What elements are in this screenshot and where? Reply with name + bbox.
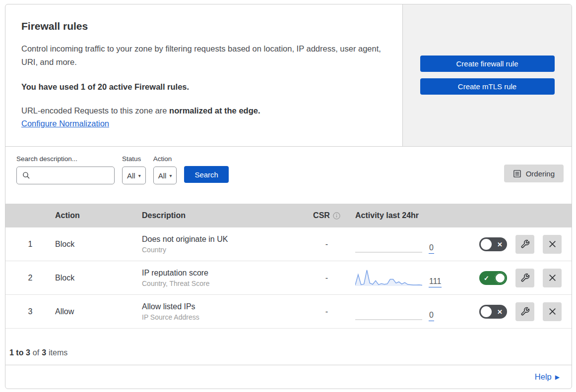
- create-firewall-rule-button[interactable]: Create firewall rule: [420, 56, 555, 72]
- x-icon: ✕: [497, 240, 503, 248]
- wrench-icon: [520, 307, 530, 316]
- csr-column-header: CSR: [301, 211, 353, 220]
- rule-controls: ✓ ✕: [479, 269, 572, 287]
- toggle-knob: [481, 239, 492, 250]
- action-label: Action: [153, 155, 177, 163]
- page-title: Firewall rules: [21, 20, 383, 32]
- activity-count-link[interactable]: 0: [429, 311, 434, 321]
- header-text-block: Firewall rules Control incoming traffic …: [5, 4, 402, 146]
- activity-sparkline: [355, 234, 422, 254]
- activity-column-header: Activity last 24hr: [353, 211, 479, 220]
- rule-priority: 2: [5, 274, 55, 282]
- rule-priority: 1: [5, 240, 55, 249]
- rule-activity-cell: 111: [353, 268, 479, 288]
- rule-priority: 3: [5, 307, 55, 316]
- chevron-down-icon: ▾: [138, 173, 141, 178]
- status-label: Status: [122, 155, 146, 163]
- actions-side-panel: Create firewall rule Create mTLS rule: [402, 4, 572, 146]
- rule-csr-value: -: [301, 307, 353, 316]
- description-column-header: Description: [142, 211, 301, 220]
- edit-rule-button[interactable]: [515, 269, 534, 287]
- search-field[interactable]: [16, 167, 115, 184]
- action-select[interactable]: All ▾: [153, 167, 177, 184]
- rule-match-fields: Country, Threat Score: [142, 280, 301, 287]
- help-link[interactable]: Help ▶: [535, 372, 560, 382]
- edit-rule-button[interactable]: [515, 235, 534, 254]
- close-icon: [548, 274, 557, 282]
- rule-description: IP reputation score: [142, 269, 301, 278]
- chevron-down-icon: ▾: [169, 173, 172, 178]
- delete-rule-button[interactable]: [543, 235, 562, 254]
- rule-enabled-toggle[interactable]: ✓ ✕: [479, 237, 507, 251]
- rule-controls: ✓ ✕: [479, 235, 572, 254]
- wrench-icon: [520, 239, 530, 249]
- delete-rule-button[interactable]: [543, 269, 562, 287]
- rule-description-cell: Does not originate in UK Country: [142, 235, 301, 254]
- ordering-button[interactable]: Ordering: [504, 165, 564, 182]
- rule-csr-value: -: [301, 240, 353, 249]
- rule-enabled-toggle[interactable]: ✓ ✕: [479, 305, 507, 319]
- table-body: 1 Block Does not originate in UK Country…: [5, 227, 572, 329]
- toggle-knob: [495, 273, 506, 283]
- pagination-summary: 1 to 3 of 3 items: [5, 329, 572, 365]
- rule-action: Block: [55, 240, 142, 249]
- rule-match-fields: Country: [142, 246, 301, 254]
- toggle-knob: [481, 306, 492, 317]
- firewall-rules-panel: Firewall rules Control incoming traffic …: [5, 4, 572, 389]
- table-row: 1 Block Does not originate in UK Country…: [5, 227, 572, 261]
- search-button[interactable]: Search: [184, 166, 229, 183]
- action-selected-value: All: [158, 171, 167, 180]
- close-icon: [548, 240, 557, 248]
- rule-activity-cell: 0: [353, 234, 479, 254]
- rule-activity-cell: 0: [353, 302, 479, 322]
- status-selected-value: All: [127, 171, 135, 180]
- rule-description-cell: IP reputation score Country, Threat Scor…: [142, 269, 301, 287]
- status-filter-group: Status All ▾: [122, 155, 146, 184]
- search-input[interactable]: [30, 167, 114, 184]
- arrow-right-icon: ▶: [555, 374, 560, 381]
- page-description: Control incoming traffic to your zone by…: [21, 42, 383, 68]
- close-icon: [548, 307, 557, 316]
- help-footer: Help ▶: [5, 365, 572, 389]
- info-icon[interactable]: [333, 212, 340, 220]
- action-filter-group: Action All ▾: [153, 155, 177, 184]
- status-select[interactable]: All ▾: [122, 167, 146, 184]
- activity-sparkline: [355, 302, 422, 322]
- search-label: Search description...: [16, 155, 115, 163]
- check-icon: ✓: [484, 274, 489, 281]
- wrench-icon: [520, 273, 530, 282]
- table-row: 3 Allow Allow listed IPs IP Source Addre…: [5, 295, 572, 329]
- edit-rule-button[interactable]: [515, 302, 534, 321]
- x-icon: ✕: [497, 308, 503, 315]
- list-document-icon: [513, 169, 521, 178]
- configure-normalization-link[interactable]: Configure Normalization: [21, 119, 109, 128]
- rule-action: Block: [55, 274, 142, 282]
- usage-note: You have used 1 of 20 active Firewall ru…: [21, 82, 383, 92]
- rule-description: Does not originate in UK: [142, 235, 301, 244]
- rule-description-cell: Allow listed IPs IP Source Address: [142, 302, 301, 321]
- filter-bar: Search description... Status All ▾ Actio…: [5, 147, 572, 204]
- activity-sparkline: [355, 268, 422, 288]
- rule-action: Allow: [55, 307, 142, 316]
- table-header: Action Description CSR Activity last 24h…: [5, 204, 572, 227]
- search-icon: [22, 171, 30, 179]
- search-group: Search description...: [16, 155, 115, 184]
- rule-csr-value: -: [301, 274, 353, 282]
- create-mtls-rule-button[interactable]: Create mTLS rule: [420, 78, 555, 95]
- header-section: Firewall rules Control incoming traffic …: [5, 4, 572, 147]
- normalization-note: URL-encoded Requests to this zone are no…: [21, 106, 383, 115]
- action-column-header: Action: [55, 211, 142, 220]
- table-row: 2 Block IP reputation score Country, Thr…: [5, 261, 572, 295]
- rule-enabled-toggle[interactable]: ✓ ✕: [479, 271, 507, 285]
- rule-description: Allow listed IPs: [142, 302, 301, 311]
- delete-rule-button[interactable]: [543, 302, 562, 321]
- rule-match-fields: IP Source Address: [142, 313, 301, 321]
- activity-count-link[interactable]: 111: [429, 277, 442, 287]
- rule-controls: ✓ ✕: [479, 302, 572, 321]
- ordering-button-label: Ordering: [526, 169, 555, 178]
- activity-count-link[interactable]: 0: [429, 243, 434, 254]
